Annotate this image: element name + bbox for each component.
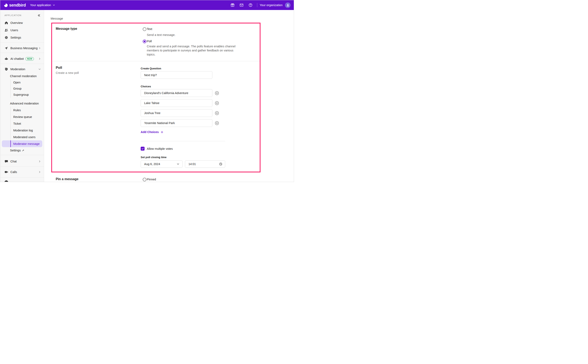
radio-description-text: Send a text message. bbox=[147, 33, 175, 37]
new-badge: NEW bbox=[25, 57, 34, 61]
sidebar-section-label: APPLICATION bbox=[5, 14, 21, 17]
allow-multiple-votes-row[interactable]: Allow multiple votes bbox=[141, 147, 173, 150]
sidebar-item-rules[interactable]: Rules bbox=[2, 107, 42, 113]
sidebar-header: APPLICATION bbox=[5, 13, 41, 18]
message-type-label: Message type bbox=[56, 27, 77, 31]
help-button[interactable] bbox=[247, 1, 254, 9]
sidebar-item-overview[interactable]: Overview bbox=[0, 19, 44, 26]
gift-button[interactable] bbox=[229, 1, 236, 9]
brand: sendbird bbox=[4, 3, 26, 7]
chat-bubble-icon bbox=[5, 160, 8, 163]
choice-row bbox=[141, 89, 231, 97]
external-link-icon bbox=[22, 149, 25, 152]
brand-name: sendbird bbox=[9, 3, 26, 7]
remove-choice-button[interactable] bbox=[215, 121, 219, 125]
sidebar-item-label: Review queue bbox=[13, 115, 32, 118]
sidebar-item-label: Open bbox=[13, 81, 20, 84]
inbox-button[interactable] bbox=[238, 1, 245, 9]
sidebar-item-label: Moderation bbox=[10, 68, 25, 71]
divider bbox=[0, 64, 44, 64]
message-type-radio-text[interactable] bbox=[143, 27, 146, 31]
remove-circle-icon bbox=[215, 121, 219, 125]
allow-multiple-votes-label: Allow multiple votes bbox=[147, 147, 173, 150]
poll-section-subtitle: Create a new poll bbox=[56, 71, 79, 74]
closing-date-select[interactable]: Aug 6, 2024 bbox=[141, 160, 183, 168]
add-choices-button[interactable]: Add Choices bbox=[141, 130, 164, 134]
clock-icon bbox=[219, 162, 222, 166]
choices-label: Choices bbox=[141, 85, 151, 88]
sidebar-item-label: Chat bbox=[10, 160, 17, 163]
sidebar-item-users[interactable]: Users bbox=[0, 26, 44, 34]
sidebar-item-label: Advanced moderation bbox=[10, 102, 39, 105]
highlighted-form-region: Message type Text Send a text message. P… bbox=[51, 23, 260, 172]
chevron-right-icon bbox=[38, 160, 41, 163]
sidebar-item-moderation-log[interactable]: Moderation log bbox=[2, 127, 42, 134]
application-switcher-label: Your application bbox=[30, 3, 51, 7]
video-camera-icon bbox=[5, 170, 8, 174]
application-switcher[interactable]: Your application bbox=[30, 3, 55, 7]
plus-icon bbox=[160, 130, 164, 134]
checkbox-checked-icon[interactable] bbox=[141, 147, 145, 150]
sidebar-collapse-button[interactable] bbox=[37, 13, 41, 18]
sidebar-item-business-messaging[interactable]: Business Messaging bbox=[0, 45, 44, 52]
divider bbox=[0, 42, 44, 42]
remove-choice-button[interactable] bbox=[215, 101, 219, 105]
sidebar-item-moderated-users[interactable]: Moderated users bbox=[2, 134, 42, 140]
header-divider bbox=[257, 3, 257, 7]
divider bbox=[0, 53, 44, 53]
sidebar-item-chat[interactable]: Chat bbox=[0, 158, 44, 165]
page-title: Message bbox=[51, 17, 63, 20]
choice-input-3[interactable] bbox=[141, 109, 212, 117]
main-content: Message Message type Text Send a text me… bbox=[44, 10, 294, 182]
gift-icon bbox=[231, 3, 235, 7]
sidebar-item-calls[interactable]: Calls bbox=[0, 168, 44, 176]
avatar[interactable] bbox=[285, 2, 291, 8]
choice-input-2[interactable] bbox=[141, 99, 212, 107]
question-input[interactable] bbox=[141, 71, 212, 79]
sidebar-item-moderator-message[interactable]: Moderator message bbox=[2, 140, 42, 147]
sidebar-item-label: Overview bbox=[10, 21, 23, 25]
sidebar-item-label: Moderator message bbox=[13, 142, 40, 145]
radio-label-text[interactable]: Text bbox=[147, 27, 152, 31]
shield-icon bbox=[5, 67, 8, 71]
choice-input-1[interactable] bbox=[141, 89, 212, 97]
choice-input-4[interactable] bbox=[141, 119, 212, 127]
remove-choice-button[interactable] bbox=[215, 91, 219, 95]
sidebar-item-label: Rules bbox=[13, 109, 21, 112]
sidebar-item-group[interactable]: Group bbox=[2, 85, 42, 92]
home-icon bbox=[5, 21, 8, 25]
chevron-down-icon bbox=[53, 4, 55, 6]
divider bbox=[52, 61, 260, 61]
sendbird-dashboard: sendbird Your application Your organizat… bbox=[0, 0, 294, 182]
sidebar-item-label: Moderation log bbox=[13, 129, 33, 132]
sidebar-item-label: Supergroup bbox=[13, 93, 29, 96]
desk-icon[interactable] bbox=[5, 180, 8, 182]
sidebar-item-moderation-settings[interactable]: Settings bbox=[0, 147, 44, 154]
pin-radio-pinned[interactable] bbox=[143, 178, 146, 181]
sidebar-item-channel-moderation[interactable]: Channel moderation bbox=[0, 73, 44, 79]
remove-circle-icon bbox=[215, 101, 219, 105]
chevron-right-icon bbox=[38, 57, 41, 60]
sidebar-item-advanced-moderation[interactable]: Advanced moderation bbox=[0, 100, 44, 107]
create-question-label: Create Question bbox=[141, 67, 161, 70]
radio-label-pinned[interactable]: Pinned bbox=[147, 178, 156, 181]
sidebar-item-ticket[interactable]: Ticket bbox=[2, 120, 42, 127]
choice-row bbox=[141, 109, 231, 117]
sidebar-item-moderation[interactable]: Moderation bbox=[0, 65, 44, 73]
sidebar-item-ai-chatbot[interactable]: AI chatbot NEW bbox=[0, 55, 44, 62]
app-bar-right: Your organization bbox=[229, 1, 291, 9]
gear-icon bbox=[5, 36, 8, 39]
sidebar-item-review-queue[interactable]: Review queue bbox=[2, 113, 42, 120]
add-choices-label: Add Choices bbox=[141, 130, 159, 134]
sidebar-item-open[interactable]: Open bbox=[2, 79, 42, 85]
closing-time-input[interactable]: 14:01 bbox=[185, 160, 225, 168]
sidebar-item-supergroup[interactable]: Supergroup bbox=[2, 92, 42, 98]
send-icon bbox=[5, 46, 8, 50]
sidebar-item-settings[interactable]: Settings bbox=[0, 34, 44, 41]
remove-choice-button[interactable] bbox=[215, 111, 219, 115]
radio-description-poll: Create and send a poll message. The poll… bbox=[147, 44, 238, 57]
radio-label-poll[interactable]: Poll bbox=[147, 39, 152, 43]
mail-icon bbox=[239, 3, 244, 7]
sidebar-item-label: Calls bbox=[10, 170, 17, 174]
message-type-radio-poll[interactable] bbox=[143, 39, 146, 43]
